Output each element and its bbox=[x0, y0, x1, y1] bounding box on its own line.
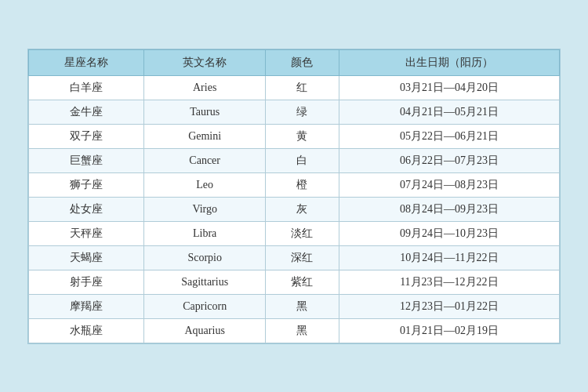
cell-chinese-name: 巨蟹座 bbox=[29, 148, 144, 172]
cell-dates: 01月21日—02月19日 bbox=[339, 318, 559, 343]
table-row: 巨蟹座Cancer白06月22日—07月23日 bbox=[29, 148, 560, 172]
cell-chinese-name: 狮子座 bbox=[29, 172, 144, 197]
cell-english-name: Virgo bbox=[144, 197, 266, 221]
header-english-name: 英文名称 bbox=[144, 49, 266, 75]
cell-english-name: Libra bbox=[144, 221, 266, 245]
cell-english-name: Aquarius bbox=[144, 318, 266, 343]
cell-dates: 08月24日—09月23日 bbox=[339, 197, 559, 221]
cell-english-name: Scorpio bbox=[144, 245, 266, 270]
table-row: 射手座Sagittarius紫红11月23日—12月22日 bbox=[29, 270, 560, 294]
cell-color: 黄 bbox=[266, 124, 339, 148]
cell-chinese-name: 摩羯座 bbox=[29, 294, 144, 318]
table-row: 处女座Virgo灰08月24日—09月23日 bbox=[29, 197, 560, 221]
cell-dates: 04月21日—05月21日 bbox=[339, 100, 559, 124]
header-dates: 出生日期（阳历） bbox=[339, 49, 559, 75]
cell-dates: 07月24日—08月23日 bbox=[339, 172, 559, 197]
table-row: 金牛座Taurus绿04月21日—05月21日 bbox=[29, 100, 560, 124]
table-row: 摩羯座Capricorn黑12月23日—01月22日 bbox=[29, 294, 560, 318]
cell-color: 淡红 bbox=[266, 221, 339, 245]
cell-english-name: Capricorn bbox=[144, 294, 266, 318]
cell-dates: 12月23日—01月22日 bbox=[339, 294, 559, 318]
table-row: 双子座Gemini黄05月22日—06月21日 bbox=[29, 124, 560, 148]
table-row: 天秤座Libra淡红09月24日—10月23日 bbox=[29, 221, 560, 245]
cell-color: 白 bbox=[266, 148, 339, 172]
cell-chinese-name: 天秤座 bbox=[29, 221, 144, 245]
cell-color: 黑 bbox=[266, 294, 339, 318]
cell-chinese-name: 白羊座 bbox=[29, 75, 144, 100]
cell-color: 红 bbox=[266, 75, 339, 100]
cell-english-name: Gemini bbox=[144, 124, 266, 148]
cell-chinese-name: 双子座 bbox=[29, 124, 144, 148]
cell-chinese-name: 处女座 bbox=[29, 197, 144, 221]
cell-dates: 03月21日—04月20日 bbox=[339, 75, 559, 100]
cell-color: 黑 bbox=[266, 318, 339, 343]
cell-chinese-name: 天蝎座 bbox=[29, 245, 144, 270]
cell-dates: 11月23日—12月22日 bbox=[339, 270, 559, 294]
table-row: 白羊座Aries红03月21日—04月20日 bbox=[29, 75, 560, 100]
cell-color: 深红 bbox=[266, 245, 339, 270]
header-color: 颜色 bbox=[266, 49, 339, 75]
table-row: 水瓶座Aquarius黑01月21日—02月19日 bbox=[29, 318, 560, 343]
cell-dates: 06月22日—07月23日 bbox=[339, 148, 559, 172]
cell-chinese-name: 金牛座 bbox=[29, 100, 144, 124]
table-row: 天蝎座Scorpio深红10月24日—11月22日 bbox=[29, 245, 560, 270]
cell-english-name: Sagittarius bbox=[144, 270, 266, 294]
cell-chinese-name: 水瓶座 bbox=[29, 318, 144, 343]
cell-dates: 05月22日—06月21日 bbox=[339, 124, 559, 148]
cell-color: 灰 bbox=[266, 197, 339, 221]
cell-dates: 10月24日—11月22日 bbox=[339, 245, 559, 270]
cell-english-name: Leo bbox=[144, 172, 266, 197]
cell-chinese-name: 射手座 bbox=[29, 270, 144, 294]
table-header-row: 星座名称 英文名称 颜色 出生日期（阳历） bbox=[29, 49, 560, 75]
cell-english-name: Cancer bbox=[144, 148, 266, 172]
cell-english-name: Taurus bbox=[144, 100, 266, 124]
header-chinese-name: 星座名称 bbox=[29, 49, 144, 75]
cell-color: 绿 bbox=[266, 100, 339, 124]
table-row: 狮子座Leo橙07月24日—08月23日 bbox=[29, 172, 560, 197]
cell-color: 橙 bbox=[266, 172, 339, 197]
cell-color: 紫红 bbox=[266, 270, 339, 294]
zodiac-table-container: 星座名称 英文名称 颜色 出生日期（阳历） 白羊座Aries红03月21日—04… bbox=[27, 49, 561, 344]
zodiac-table: 星座名称 英文名称 颜色 出生日期（阳历） 白羊座Aries红03月21日—04… bbox=[28, 49, 560, 343]
cell-dates: 09月24日—10月23日 bbox=[339, 221, 559, 245]
cell-english-name: Aries bbox=[144, 75, 266, 100]
